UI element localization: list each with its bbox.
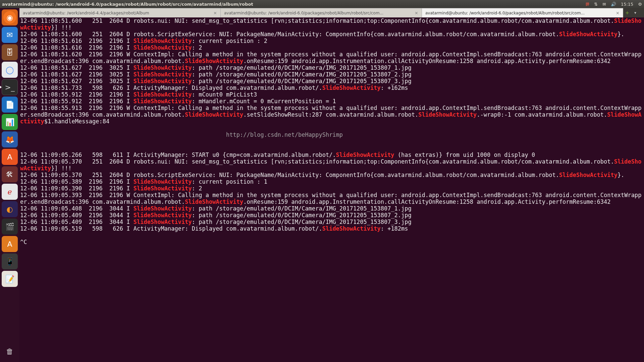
evince-icon[interactable]: ℯ xyxy=(2,184,18,200)
settings-icon[interactable]: 🛠 xyxy=(2,166,18,182)
terminal-tab-1[interactable]: avatarmind@ubuntu: /work/android-4.4/pac… xyxy=(19,8,221,17)
tab-label: avatarmind@ubuntu: /work/android-6.0/pac… xyxy=(224,11,412,15)
thunderbird-icon[interactable]: ✉ xyxy=(2,27,18,43)
log-line: 12-06 11:09:05.266 598 611 I ActivityMan… xyxy=(20,152,643,158)
window-title: avatarmind@ubuntu: /work/android-6.0/pac… xyxy=(2,2,586,7)
tab-menu-button[interactable]: ▾ xyxy=(631,8,639,17)
log-line xyxy=(20,125,643,131)
log-line: 12-06 11:09:05.408 2196 3044 I SlideShow… xyxy=(20,205,643,212)
log-line: 12-06 11:09:05.370 251 2604 D robots.nui… xyxy=(20,158,643,172)
mail-icon[interactable]: ✉ xyxy=(602,2,606,7)
log-line: 12-06 11:09:05.389 2196 2196 I SlideShow… xyxy=(20,178,643,185)
log-line: 12-06 11:08:51.620 2196 2196 W ContextIm… xyxy=(20,51,643,64)
log-line xyxy=(20,145,643,152)
unity-launcher: ◉ ✉ 🗄 ◯ >_ 📄 📊 🦊 A 🛠 ℯ ◐ 🎬 A 📱 📝 🗑 xyxy=(0,8,19,362)
gedit-icon[interactable]: 📝 xyxy=(2,271,18,287)
log-line: 12-06 11:08:51.616 2196 2196 I SlideShow… xyxy=(20,44,643,51)
updater-icon[interactable]: A xyxy=(2,236,18,252)
terminal-tab-3[interactable]: avatarmind@ubuntu: /work/android-6.0/pac… xyxy=(422,8,623,17)
clock[interactable]: 15:15 xyxy=(621,2,633,7)
log-line: 12-06 11:08:51.600 251 2604 D robots.Scr… xyxy=(20,31,643,38)
close-icon[interactable]: × xyxy=(213,10,217,15)
terminal-tab-2[interactable]: avatarmind@ubuntu: /work/android-6.0/pac… xyxy=(221,8,422,17)
log-line xyxy=(20,232,643,239)
phone-icon[interactable]: 📱 xyxy=(2,253,18,269)
log-line: 12-06 11:08:55.912 2196 2196 I SlideShow… xyxy=(20,98,643,105)
volume-icon[interactable]: 🔊 xyxy=(611,2,616,7)
ime-indicator[interactable]: 拼 xyxy=(586,2,589,7)
terminal-icon[interactable]: >_ xyxy=(2,79,18,95)
tab-label: avatarmind@ubuntu: /work/android-6.0/pac… xyxy=(425,11,613,15)
writer-icon[interactable]: 📄 xyxy=(2,97,18,113)
calc-icon[interactable]: 📊 xyxy=(2,114,18,130)
tab-label: avatarmind@ubuntu: /work/android-4.4/pac… xyxy=(23,11,211,15)
eclipse-icon[interactable]: ◐ xyxy=(2,201,18,217)
top-panel: avatarmind@ubuntu: /work/android-6.0/pac… xyxy=(0,0,644,8)
log-line: 12-06 11:09:05.370 251 2604 D robots.Scr… xyxy=(20,172,643,178)
firefox-icon[interactable]: 🦊 xyxy=(2,131,18,147)
log-line: http://blog.csdn.net/beHappyShrimp xyxy=(20,131,643,138)
session-icon[interactable]: ⚙ xyxy=(638,2,642,7)
log-line: 12-06 11:09:05.409 2196 3044 I SlideShow… xyxy=(20,212,643,219)
log-line: 12-06 11:08:51.627 2196 3025 I SlideShow… xyxy=(20,78,643,84)
log-line: 12-06 11:08:51.627 2196 3025 I SlideShow… xyxy=(20,64,643,71)
dash-icon[interactable]: ◉ xyxy=(2,9,18,25)
network-icon[interactable]: ⇅ xyxy=(594,2,598,7)
log-line: 12-06 11:08:51.616 2196 2196 I SlideShow… xyxy=(20,38,643,44)
add-tab-button[interactable]: ＋ xyxy=(623,8,631,17)
log-line: 12-06 11:09:05.393 2196 2196 W ContextIm… xyxy=(20,192,643,205)
log-line: ^C xyxy=(20,239,643,245)
log-line: 12-06 11:09:05.390 2196 2196 I SlideShow… xyxy=(20,185,643,192)
chromium-icon[interactable]: ◯ xyxy=(2,62,18,78)
close-icon[interactable]: × xyxy=(415,10,418,15)
log-line: 12-06 11:08:51.600 251 2604 D robots.nui… xyxy=(20,17,643,31)
trash-icon[interactable]: 🗑 xyxy=(2,343,18,359)
terminal-output[interactable]: 12-06 11:08:51.600 251 2604 D robots.nui… xyxy=(19,17,644,362)
software-center-icon[interactable]: A xyxy=(2,149,18,165)
log-line: 12-06 11:09:05.519 598 626 I ActivityMan… xyxy=(20,225,643,232)
log-line: 12-06 11:08:51.733 598 626 I ActivityMan… xyxy=(20,84,643,91)
log-line xyxy=(20,138,643,145)
log-line: 12-06 11:08:55.912 2196 2196 I SlideShow… xyxy=(20,91,643,98)
terminal-tab-bar: avatarmind@ubuntu: /work/android-4.4/pac… xyxy=(19,8,644,17)
video-icon[interactable]: 🎬 xyxy=(2,219,18,235)
close-icon[interactable]: × xyxy=(616,10,620,15)
log-line: 12-06 11:08:55.913 2196 2196 W ContextIm… xyxy=(20,105,643,125)
log-line: 12-06 11:08:51.627 2196 3025 I SlideShow… xyxy=(20,71,643,78)
log-line: 12-06 11:09:05.409 2196 3044 I SlideShow… xyxy=(20,219,643,225)
files-icon[interactable]: 🗄 xyxy=(2,44,18,60)
